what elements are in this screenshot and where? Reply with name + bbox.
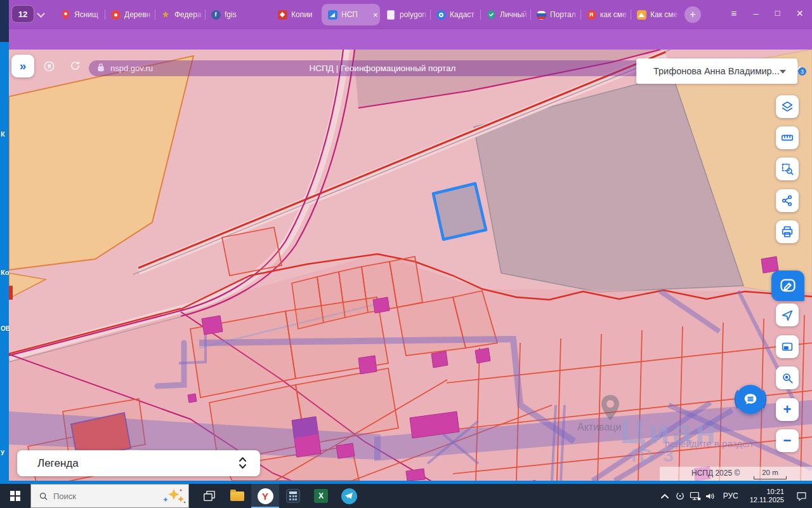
window-minimize-icon[interactable]: – (753, 6, 758, 20)
plus-icon: + (690, 9, 695, 20)
selected-parcel[interactable] (433, 184, 486, 239)
chat-bubble-icon (736, 385, 765, 414)
edge-label-fragment: у (1, 448, 4, 455)
yandex-browser-icon: Y (258, 488, 273, 504)
user-name: Трифонова Анна Владимир... (653, 66, 780, 76)
tab-kadastr[interactable]: Кадаст (430, 4, 480, 25)
document-icon (386, 10, 396, 20)
start-button[interactable] (0, 484, 30, 508)
file-explorer-button[interactable] (223, 484, 251, 508)
user-dropdown[interactable]: Трифонова Анна Владимир... (636, 58, 797, 84)
new-tab-button[interactable]: + (684, 6, 701, 23)
share-button[interactable] (776, 189, 799, 212)
tab-label: Как сме (650, 10, 679, 19)
telegram-button[interactable] (335, 484, 363, 508)
tray-ime-icon[interactable] (672, 484, 688, 508)
legend-label: Легенда (37, 457, 79, 470)
nspd-logo-icon (327, 10, 337, 20)
edge-label-fragment: Ко (1, 269, 9, 276)
layers-button[interactable] (776, 95, 799, 118)
tab-portal[interactable]: Портал (530, 4, 580, 25)
telegram-icon (341, 488, 357, 504)
double-chevron-right-icon: » (20, 59, 27, 73)
tab-kak-sme-2[interactable]: Как сме (631, 4, 681, 25)
tab-federal[interactable]: Федера (155, 4, 205, 25)
search-input[interactable] (53, 491, 136, 501)
volume-icon[interactable] (703, 484, 718, 508)
tab-label: НСП (341, 10, 370, 19)
network-icon[interactable] (688, 484, 703, 508)
address-bar[interactable]: nspd.gov.ru НСПД | Геоинформационный пор… (89, 60, 676, 76)
edge-label-fragment: ОВ (1, 325, 10, 332)
excel-icon: X (314, 489, 328, 503)
sketch-tool-button-active[interactable] (771, 271, 804, 301)
action-center-button[interactable] (790, 484, 812, 508)
sidebar-expand-button[interactable]: » (11, 55, 34, 77)
plus-icon: + (783, 401, 792, 418)
area-search-button[interactable] (776, 157, 799, 180)
downloads-badge: 3 (798, 67, 806, 76)
tab-label: fgis (225, 10, 254, 19)
browser-tab-bar: 12 Яснищ Деревн Федера f fgi (0, 0, 812, 29)
blue-ring-icon (436, 10, 446, 20)
window-maximize-icon[interactable]: □ (775, 6, 780, 20)
tab-label: Кадаст (450, 10, 479, 19)
tab-lichnyi[interactable]: Личный (480, 4, 530, 25)
map-copyright: НСПД 2025 © (691, 469, 740, 478)
language-indicator[interactable]: РУС (718, 491, 743, 500)
tab-count: 12 (18, 10, 27, 19)
minimap-button[interactable] (776, 335, 799, 358)
object-search-button[interactable] (776, 366, 799, 389)
tab-label: Деревн (124, 10, 154, 19)
yandex-services-button[interactable] (43, 60, 55, 75)
tab-list-chevron-icon[interactable] (37, 10, 45, 18)
browser-toolbar: nspd.gov.ru НСПД | Геоинформационный пор… (0, 29, 812, 50)
copilot-sparkles-icon (161, 488, 187, 504)
ruler-button[interactable] (776, 126, 799, 149)
zoom-out-button[interactable]: − (776, 429, 799, 452)
tab-polygon[interactable]: polygon (380, 4, 430, 25)
ruler-icon (780, 131, 794, 145)
scale-bar: 20 m (754, 469, 787, 479)
task-view-icon (203, 490, 216, 502)
print-button[interactable] (776, 220, 799, 243)
zoom-in-button[interactable]: + (776, 398, 799, 421)
page-title: НСПД | Геоинформационный портал (89, 64, 676, 73)
tab-kak-sme-1[interactable]: Я как сме (580, 4, 631, 25)
red-pin-icon (110, 10, 121, 20)
yandex-ya-icon: Я (586, 10, 596, 20)
share-icon (780, 194, 794, 208)
tab-kopii[interactable]: Копии (272, 4, 322, 25)
taskbar-clock[interactable]: 10:21 12.11.2025 (743, 488, 790, 504)
locate-button[interactable] (776, 304, 799, 326)
dropdown-arrow-icon (780, 70, 786, 74)
browser-menu-icon[interactable]: ≡ (731, 6, 737, 20)
expand-collapse-chevrons-icon[interactable] (238, 456, 247, 472)
tab-derevnya[interactable]: Деревн (105, 4, 155, 25)
time: 10:21 (750, 488, 784, 496)
task-view-button[interactable] (195, 484, 223, 508)
layers-icon (780, 100, 794, 114)
taskbar-search[interactable] (30, 484, 189, 508)
tab-fgis[interactable]: f fgis (205, 4, 255, 25)
windows-logo-icon (10, 491, 20, 501)
legend-panel[interactable]: Легенда (17, 450, 260, 476)
search-object-icon (780, 371, 794, 385)
search-icon (39, 491, 48, 501)
refresh-button[interactable] (70, 60, 81, 74)
tab-yasnishchi[interactable]: Яснищ (55, 4, 105, 25)
tab-label: Личный (500, 10, 529, 19)
russian-flag-icon (536, 10, 546, 20)
image-thumbnail-icon (636, 10, 646, 20)
date: 12.11.2025 (750, 496, 784, 504)
excel-button[interactable]: X (307, 484, 335, 508)
tab-close-icon[interactable]: × (373, 10, 378, 20)
map-pin-icon (60, 10, 70, 20)
calculator-button[interactable] (279, 484, 307, 508)
tab-counter-badge[interactable]: 12 (11, 5, 34, 23)
tray-expand-chevron-icon[interactable] (657, 484, 672, 508)
tab-nspd-active[interactable]: НСП × (322, 4, 380, 25)
window-close-icon[interactable]: × (796, 6, 803, 20)
yandex-browser-button[interactable]: Y (251, 484, 279, 508)
chat-fab-button[interactable] (733, 382, 768, 417)
